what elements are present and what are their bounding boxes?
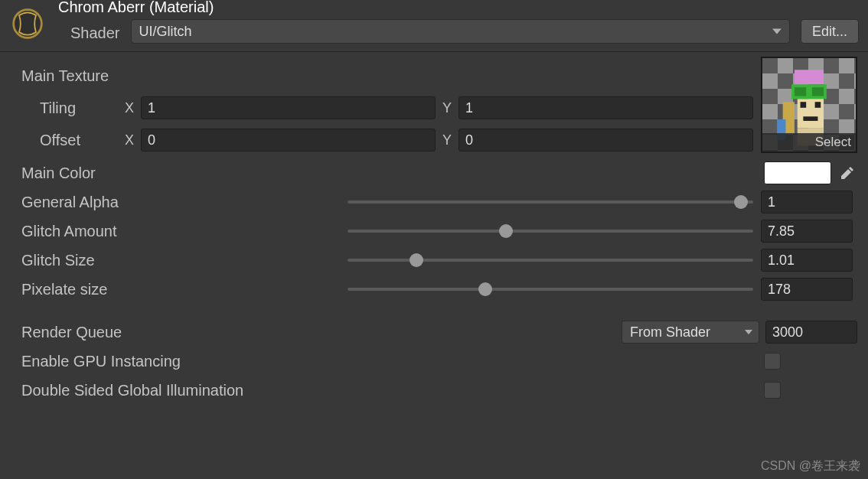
tiling-y-input[interactable] — [458, 96, 753, 119]
glitch-amount-slider[interactable] — [348, 230, 753, 233]
edit-button[interactable]: Edit... — [801, 19, 859, 44]
shader-value: UI/Glitch — [139, 24, 192, 40]
tiling-label: Tiling — [11, 99, 118, 117]
slider-thumb-icon — [410, 253, 423, 267]
svg-rect-6 — [801, 102, 807, 108]
pixelate-input[interactable] — [761, 278, 853, 301]
x-label: X — [122, 100, 136, 116]
offset-y-input[interactable] — [458, 129, 753, 152]
main-texture-label: Main Texture — [21, 67, 753, 85]
gpu-instancing-label: Enable GPU Instancing — [11, 353, 181, 370]
tiling-x-input[interactable] — [141, 96, 436, 119]
offset-x-input[interactable] — [141, 129, 436, 152]
main-color-swatch[interactable] — [764, 161, 831, 184]
slider-thumb-icon — [478, 282, 492, 296]
svg-point-0 — [14, 9, 42, 37]
svg-rect-7 — [815, 102, 821, 108]
general-alpha-input[interactable] — [761, 191, 853, 213]
svg-rect-4 — [812, 87, 824, 96]
general-alpha-slider[interactable] — [348, 200, 753, 204]
general-alpha-label: General Alpha — [11, 194, 348, 211]
shader-dropdown[interactable]: UI/Glitch — [131, 19, 790, 44]
material-icon — [9, 5, 46, 42]
material-title: Chrom Aberr (Material) — [58, 0, 288, 16]
glitch-amount-label: Glitch Amount — [11, 223, 348, 240]
render-queue-input[interactable] — [765, 321, 857, 344]
main-color-label: Main Color — [11, 165, 348, 182]
pixelate-slider[interactable] — [348, 288, 753, 291]
slider-thumb-icon — [734, 195, 748, 209]
render-queue-label: Render Queue — [11, 324, 348, 341]
texture-select-button[interactable]: Select — [762, 133, 856, 152]
glitch-amount-input[interactable] — [761, 220, 853, 243]
pixelate-label: Pixelate size — [11, 281, 348, 298]
y-label: Y — [440, 132, 454, 148]
texture-thumbnail[interactable]: Select — [761, 57, 857, 153]
double-sided-gi-label: Double Sided Global Illumination — [11, 382, 243, 399]
svg-rect-3 — [795, 87, 806, 96]
render-queue-dropdown[interactable]: From Shader — [622, 321, 759, 344]
chevron-down-icon — [745, 330, 752, 334]
chevron-down-icon — [772, 29, 782, 34]
y-label: Y — [440, 100, 454, 116]
eyedropper-icon[interactable] — [837, 165, 857, 181]
watermark: CSDN @卷王来袭 — [761, 458, 860, 474]
svg-rect-1 — [795, 70, 824, 84]
glitch-size-label: Glitch Size — [11, 252, 348, 269]
svg-rect-8 — [803, 116, 817, 121]
slider-thumb-icon — [499, 224, 513, 238]
glitch-size-input[interactable] — [761, 249, 853, 272]
offset-label: Offset — [11, 132, 118, 149]
x-label: X — [122, 132, 136, 148]
shader-label: Shader — [70, 24, 120, 42]
gpu-instancing-checkbox[interactable] — [764, 353, 781, 370]
double-sided-gi-checkbox[interactable] — [764, 382, 781, 399]
glitch-size-slider[interactable] — [348, 259, 753, 262]
